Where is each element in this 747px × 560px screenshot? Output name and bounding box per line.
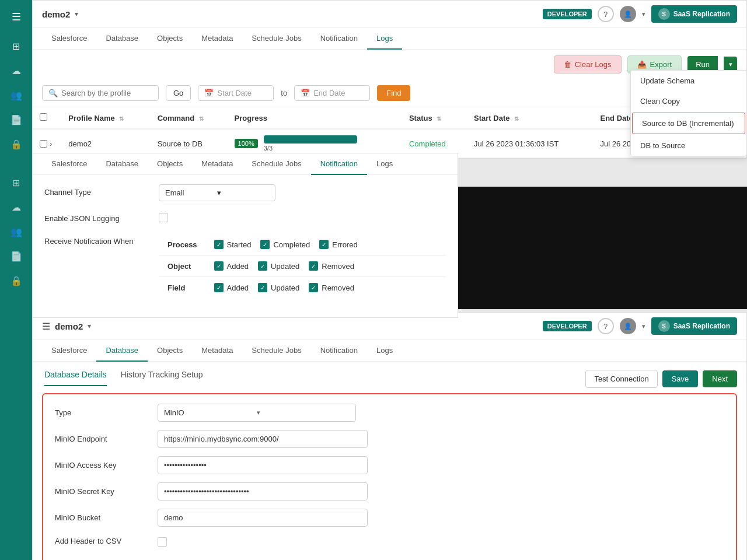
object-updated-item: ✓ Updated bbox=[258, 261, 299, 271]
sort-status-icon[interactable]: ⇅ bbox=[437, 116, 441, 122]
db-type-select[interactable]: MinIO ▾ bbox=[158, 404, 356, 422]
start-date-input[interactable]: 📅 Start Date bbox=[198, 85, 274, 101]
db-tab-salesforce[interactable]: Salesforce bbox=[42, 340, 96, 362]
user-avatar[interactable]: 👤 bbox=[620, 6, 636, 22]
dropdown-source-to-db[interactable]: Source to DB (Incremental) bbox=[632, 113, 745, 134]
tab-metadata[interactable]: Metadata bbox=[192, 28, 242, 50]
db-tab-logs[interactable]: Logs bbox=[367, 340, 402, 362]
process-started-check[interactable]: ✓ bbox=[214, 240, 224, 249]
json-logging-checkbox[interactable] bbox=[159, 213, 168, 222]
tab-objects[interactable]: Objects bbox=[148, 28, 192, 50]
sidebar-icon-cloud2[interactable]: ☁ bbox=[5, 196, 27, 218]
left-sidebar: ☰ ⊞ ☁ 👥 📄 🔒 ⊞ ☁ 👥 📄 🔒 bbox=[0, 0, 32, 560]
dropdown-db-to-source[interactable]: DB to Source bbox=[631, 135, 746, 156]
notif-tab-metadata[interactable]: Metadata bbox=[192, 153, 242, 175]
sort-start-icon[interactable]: ⇅ bbox=[514, 116, 519, 122]
sidebar-icon-users[interactable]: 👥 bbox=[5, 84, 27, 106]
next-button[interactable]: Next bbox=[703, 370, 737, 387]
db-form-area: Type MinIO ▾ MinIO Endpoint MinIO Access… bbox=[42, 393, 737, 560]
db-tab-objects[interactable]: Objects bbox=[148, 340, 192, 362]
save-button[interactable]: Save bbox=[662, 370, 699, 387]
db-tab-notification[interactable]: Notification bbox=[311, 340, 367, 362]
channel-type-select[interactable]: Email ▾ bbox=[159, 184, 275, 201]
db-secret-key-label: MinIO Secret Key bbox=[55, 487, 148, 496]
sidebar-icon-cloud[interactable]: ☁ bbox=[5, 60, 27, 82]
test-connection-button[interactable]: Test Connection bbox=[585, 370, 657, 388]
db-header-csv-checkbox[interactable] bbox=[158, 537, 167, 547]
notif-tab-schedule[interactable]: Schedule Jobs bbox=[242, 153, 310, 175]
sidebar-icon-grid[interactable]: ⊞ bbox=[5, 35, 27, 57]
sidebar-icon-users2[interactable]: 👥 bbox=[5, 220, 27, 243]
db-user-arrow[interactable]: ▾ bbox=[642, 323, 645, 330]
channel-type-label: Channel Type bbox=[44, 184, 149, 197]
end-date-input[interactable]: 📅 End Date bbox=[294, 85, 370, 101]
db-nav-tabs: Salesforce Database Objects Metadata Sch… bbox=[33, 340, 746, 362]
field-updated-check[interactable]: ✓ bbox=[258, 283, 267, 292]
object-updated-check[interactable]: ✓ bbox=[258, 261, 267, 271]
notif-tab-objects[interactable]: Objects bbox=[148, 153, 192, 175]
sidebar-icon-doc[interactable]: 📄 bbox=[5, 108, 27, 131]
title-dropdown-arrow[interactable]: ▾ bbox=[75, 10, 78, 18]
dropdown-update-schema[interactable]: Update Schema bbox=[631, 71, 746, 91]
tab-database[interactable]: Database bbox=[96, 28, 148, 50]
db-user-avatar[interactable]: 👤 bbox=[620, 318, 636, 334]
db-access-key-row: MinIO Access Key bbox=[55, 456, 724, 474]
notif-tab-salesforce[interactable]: Salesforce bbox=[42, 153, 96, 175]
select-all-checkbox[interactable] bbox=[40, 113, 47, 121]
find-button[interactable]: Find bbox=[377, 85, 410, 101]
progress-bar-fill bbox=[264, 135, 357, 144]
object-removed-check[interactable]: ✓ bbox=[309, 261, 318, 271]
help-button[interactable]: ? bbox=[598, 6, 614, 22]
dropdown-clean-copy[interactable]: Clean Copy bbox=[631, 91, 746, 111]
db-endpoint-input[interactable] bbox=[158, 430, 368, 448]
saas-replication-button[interactable]: S SaaS Replication bbox=[651, 5, 737, 23]
sidebar-menu-icon[interactable]: ☰ bbox=[5, 6, 27, 28]
sort-command-icon[interactable]: ⇅ bbox=[199, 116, 204, 122]
field-removed-check[interactable]: ✓ bbox=[309, 283, 318, 292]
db-tab-schedule[interactable]: Schedule Jobs bbox=[242, 340, 310, 362]
expand-arrow[interactable]: › bbox=[50, 139, 52, 148]
db-section-tab-history[interactable]: History Tracking Setup bbox=[121, 370, 203, 386]
header-left: demo2 ▾ bbox=[42, 9, 78, 19]
db-title-arrow[interactable]: ▾ bbox=[88, 322, 91, 330]
db-tab-database[interactable]: Database bbox=[96, 340, 148, 362]
db-help-button[interactable]: ? bbox=[598, 318, 614, 334]
process-checks-cell: ✓ Started ✓ Completed ✓ bbox=[214, 240, 438, 249]
db-menu-icon[interactable]: ☰ bbox=[42, 321, 50, 332]
db-app-title: demo2 bbox=[55, 321, 83, 331]
tab-salesforce[interactable]: Salesforce bbox=[42, 28, 96, 50]
db-bucket-label: MinIO Bucket bbox=[55, 513, 148, 522]
notif-tab-notification[interactable]: Notification bbox=[311, 153, 367, 175]
clear-logs-button[interactable]: 🗑 Clear Logs bbox=[554, 55, 622, 74]
db-tab-metadata[interactable]: Metadata bbox=[192, 340, 242, 362]
process-errored-check[interactable]: ✓ bbox=[319, 240, 329, 249]
sidebar-icon-shield2[interactable]: 🔒 bbox=[5, 270, 27, 292]
sort-profile-icon[interactable]: ⇅ bbox=[119, 116, 124, 122]
tab-notification[interactable]: Notification bbox=[311, 28, 367, 50]
field-updated-label: Updated bbox=[271, 284, 299, 292]
col-select-all[interactable] bbox=[33, 107, 61, 130]
db-saas-button[interactable]: S SaaS Replication bbox=[651, 317, 737, 335]
tab-schedule-jobs[interactable]: Schedule Jobs bbox=[242, 28, 310, 50]
object-added-label: Added bbox=[227, 262, 249, 271]
notif-tab-logs[interactable]: Logs bbox=[367, 153, 402, 175]
go-button[interactable]: Go bbox=[166, 85, 191, 101]
search-input-wrap[interactable]: 🔍 bbox=[42, 85, 159, 101]
user-dropdown-arrow[interactable]: ▾ bbox=[642, 10, 645, 18]
field-added-check[interactable]: ✓ bbox=[214, 283, 224, 292]
tab-logs[interactable]: Logs bbox=[367, 28, 402, 50]
notif-tab-database[interactable]: Database bbox=[96, 153, 148, 175]
sidebar-icon-doc2[interactable]: 📄 bbox=[5, 245, 27, 267]
search-icon: 🔍 bbox=[48, 89, 58, 97]
search-input[interactable] bbox=[61, 89, 143, 97]
db-bucket-input[interactable] bbox=[158, 509, 368, 527]
db-section-tab-details[interactable]: Database Details bbox=[44, 370, 107, 386]
db-secret-key-input[interactable] bbox=[158, 482, 368, 501]
process-completed-check[interactable]: ✓ bbox=[260, 240, 270, 249]
process-row: Process ✓ Started ✓ bbox=[159, 234, 446, 256]
object-added-check[interactable]: ✓ bbox=[214, 261, 224, 271]
db-access-key-input[interactable] bbox=[158, 456, 368, 474]
row-checkbox[interactable] bbox=[40, 140, 47, 148]
sidebar-icon-grid2[interactable]: ⊞ bbox=[5, 172, 27, 194]
sidebar-icon-shield[interactable]: 🔒 bbox=[5, 133, 27, 155]
